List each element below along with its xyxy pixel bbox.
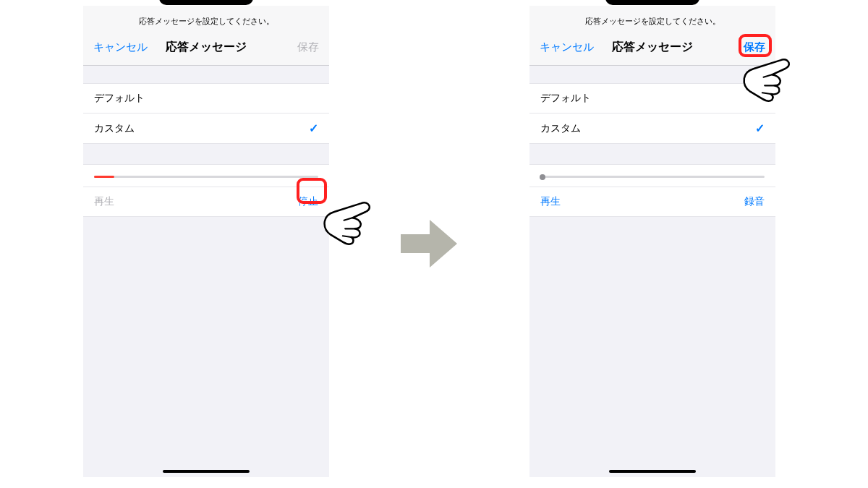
option-label: デフォルト	[94, 92, 145, 105]
notch	[605, 0, 699, 5]
option-custom[interactable]: カスタム ✓	[83, 114, 329, 144]
play-button[interactable]: 再生	[540, 195, 561, 208]
play-button: 再生	[94, 195, 114, 208]
nav-bar: キャンセル 応答メッセージ 保存	[83, 34, 329, 65]
option-label: カスタム	[94, 122, 135, 135]
nav-title: 応答メッセージ	[597, 40, 707, 55]
stop-button[interactable]: 停止	[298, 195, 318, 208]
save-button: 保存	[261, 40, 319, 54]
record-button[interactable]: 録音	[744, 195, 765, 208]
notch	[159, 0, 253, 5]
playback-controls: 再生 録音	[529, 187, 775, 217]
cancel-button[interactable]: キャンセル	[93, 40, 151, 54]
home-indicator[interactable]	[609, 470, 696, 473]
playback-controls: 再生 停止	[83, 187, 329, 217]
slider-track	[94, 176, 318, 178]
save-button[interactable]: 保存	[707, 40, 765, 54]
nav-bar: キャンセル 応答メッセージ 保存	[529, 34, 775, 65]
nav-title: 応答メッセージ	[151, 40, 261, 55]
home-indicator[interactable]	[163, 470, 250, 473]
phone-screen-right: 応答メッセージを設定してください。 キャンセル 応答メッセージ 保存 デフォルト…	[529, 0, 775, 477]
slider-track	[540, 176, 765, 178]
progress-slider[interactable]	[529, 164, 775, 187]
instruction-text: 応答メッセージを設定してください。	[83, 12, 329, 34]
option-label: デフォルト	[540, 92, 591, 105]
cancel-button[interactable]: キャンセル	[540, 40, 597, 54]
option-custom[interactable]: カスタム ✓	[529, 114, 775, 144]
arrow-right-icon	[401, 220, 457, 267]
option-list: デフォルト カスタム ✓	[529, 83, 775, 144]
option-default[interactable]: デフォルト	[83, 83, 329, 114]
option-list: デフォルト カスタム ✓	[83, 83, 329, 144]
option-default[interactable]: デフォルト	[529, 83, 775, 114]
instruction-text: 応答メッセージを設定してください。	[529, 12, 775, 34]
status-bar	[529, 0, 775, 6]
modal-header: 応答メッセージを設定してください。 キャンセル 応答メッセージ 保存	[83, 6, 329, 66]
status-bar	[83, 0, 329, 6]
phone-screen-left: 応答メッセージを設定してください。 キャンセル 応答メッセージ 保存 デフォルト…	[83, 0, 329, 477]
option-label: カスタム	[540, 122, 581, 135]
slider-knob[interactable]	[540, 174, 545, 180]
checkmark-icon: ✓	[755, 121, 765, 135]
modal-header: 応答メッセージを設定してください。 キャンセル 応答メッセージ 保存	[529, 6, 775, 66]
checkmark-icon: ✓	[309, 121, 318, 135]
slider-fill	[94, 176, 114, 178]
progress-slider[interactable]	[83, 164, 329, 187]
